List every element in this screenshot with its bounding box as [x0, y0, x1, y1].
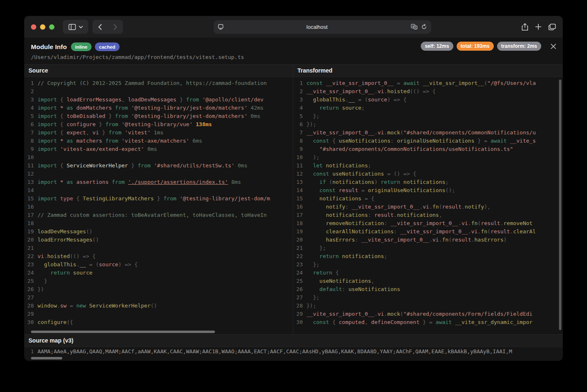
zoom-window-button[interactable] — [49, 24, 54, 30]
translate-icon[interactable]: A文 — [411, 24, 417, 30]
code-token: { — [332, 319, 339, 325]
module-link[interactable]: './support/assertions/index.ts' — [128, 179, 228, 185]
code-line: 15 notifications = { — [293, 195, 563, 203]
horizontal-scrollbar[interactable] — [31, 357, 62, 359]
code-token: clearAl — [513, 228, 536, 235]
forward-button[interactable] — [108, 20, 123, 34]
page-title: Module Info — [31, 43, 67, 51]
close-window-button[interactable] — [31, 24, 36, 30]
vertical-scrollbar[interactable] — [559, 80, 561, 330]
code-token: 1ms — [154, 129, 163, 136]
code-token: defineComponent — [371, 319, 420, 325]
code-token: }; — [306, 245, 326, 251]
line-number: 24 — [293, 269, 306, 277]
code-token — [38, 270, 50, 276]
code-token: vi — [432, 237, 439, 243]
code-token: '@testing-library/jest-dom/m — [179, 195, 270, 202]
code-line: 24 return source — [24, 269, 293, 277]
code-token: . — [345, 96, 349, 103]
code-token: 42ms — [251, 105, 264, 111]
address-bar[interactable]: localhost A文 — [214, 20, 431, 34]
code-token: result — [452, 237, 471, 243]
toolbar-right-actions — [521, 23, 556, 31]
code-token: source — [342, 105, 361, 111]
transformed-code[interactable]: 1const __vite_ssr_import_0__ = await __v… — [293, 77, 563, 334]
code-token: . — [384, 311, 387, 317]
code-token — [306, 138, 313, 144]
code-token: { — [60, 129, 67, 136]
code-token: __ — [349, 96, 355, 103]
code-line: 20loadErrorMessages() — [24, 236, 293, 244]
code-token: vi — [471, 228, 478, 235]
code-token: . — [420, 204, 423, 210]
code-token — [306, 204, 326, 210]
code-line: 10 ); — [293, 153, 563, 162]
reload-icon[interactable] — [421, 24, 427, 30]
line-number: 23 — [24, 261, 38, 269]
line-number: 5 — [293, 112, 306, 120]
code-token: loadErrorMessages — [66, 96, 121, 103]
code-token: { — [60, 96, 67, 103]
horizontal-scrollbar[interactable] — [31, 331, 215, 333]
code-token: globalThis — [313, 96, 345, 103]
transformed-panel-title: Transformed — [293, 65, 563, 77]
code-token: await — [403, 80, 423, 86]
code-line: 27 }; — [293, 293, 563, 302]
line-number: 20 — [293, 236, 306, 244]
code-token: originalUseNotifications — [397, 138, 474, 144]
code-token — [306, 270, 313, 276]
code-token: fn — [432, 204, 439, 210]
line-number: 5 — [24, 112, 38, 120]
code-token — [306, 228, 326, 235]
code-token: as — [66, 138, 76, 144]
code-token: result — [481, 220, 500, 226]
code-token: return — [50, 270, 73, 276]
sourcemap-code[interactable]: 1AAMA;AAeA,yBAAG,QAAQ,MAAM;AACf,aAAW,KAA… — [24, 347, 563, 355]
line-number: 3 — [24, 96, 38, 104]
code-token: ) => { — [118, 261, 138, 268]
reader-icon[interactable] — [218, 24, 224, 30]
share-icon[interactable] — [521, 23, 528, 31]
back-button[interactable] — [92, 20, 108, 34]
code-token: hoisted — [47, 253, 70, 259]
code-line: 7import { expect, vi } from 'vitest' 1ms — [24, 129, 293, 137]
code-token — [306, 286, 319, 292]
new-tab-icon[interactable] — [535, 23, 542, 30]
code-token: 138ms — [196, 121, 212, 127]
url-text[interactable]: localhost — [224, 24, 411, 30]
sidebar-toggle-button[interactable] — [63, 20, 88, 34]
code-token: '@testing-library/jest-dom/matchers' — [131, 105, 251, 111]
code-token: import — [38, 96, 60, 103]
line-number: 8 — [24, 137, 38, 145]
code-token: 8ms — [228, 179, 241, 185]
code-token: ServiceWorkerHelper — [89, 303, 151, 309]
line-number: 15 — [293, 195, 306, 203]
code-line: 17 notifications: result.notifications, — [293, 211, 563, 219]
code-token: . — [57, 303, 60, 309]
code-token: type — [60, 195, 76, 202]
code-token: notifications — [319, 195, 361, 202]
code-token: ( — [400, 129, 403, 136]
code-token: ; — [368, 162, 371, 169]
line-number: 2 — [293, 87, 306, 96]
line-number: 24 — [24, 269, 38, 277]
code-token: { — [76, 195, 83, 202]
code-token: = () => { — [384, 171, 416, 177]
code-token: = { — [361, 195, 374, 202]
code-token: new — [76, 303, 89, 309]
line-number: 26 — [24, 285, 38, 293]
code-line: 1const __vite_ssr_import_0__ = await __v… — [293, 79, 563, 87]
module-badges: inlinecached — [71, 42, 120, 51]
code-token: notifications — [403, 179, 446, 185]
code-token — [38, 261, 44, 268]
source-code[interactable]: 1// Copyright (C) 2012-2025 Zammad Found… — [24, 77, 293, 334]
code-token: notifications — [332, 179, 375, 185]
close-icon[interactable] — [549, 42, 557, 50]
code-token: () — [151, 303, 157, 309]
code-token: globalThis — [44, 261, 76, 268]
code-token: loadDevMessages — [128, 96, 176, 103]
tab-overview-icon[interactable] — [548, 23, 556, 31]
code-token — [306, 96, 313, 103]
chevron-down-icon — [79, 26, 83, 28]
minimize-window-button[interactable] — [40, 24, 45, 30]
